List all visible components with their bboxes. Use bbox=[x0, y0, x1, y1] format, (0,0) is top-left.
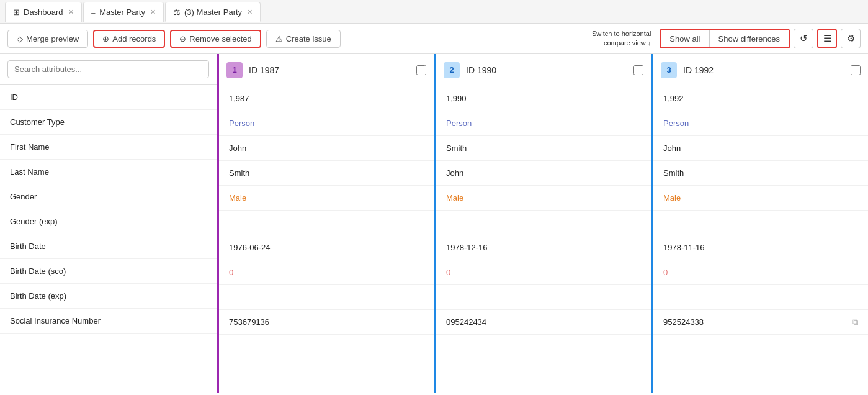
record-cell: John bbox=[653, 136, 868, 161]
copy-icon[interactable]: ⧉ bbox=[852, 317, 858, 327]
add-records-label: Add records bbox=[112, 34, 156, 43]
attribute-row: Social Insurance Number bbox=[0, 309, 217, 334]
add-records-button[interactable]: ⊕ Add records bbox=[93, 30, 165, 48]
cell-value: Smith bbox=[229, 168, 249, 178]
cell-value: John bbox=[446, 168, 463, 178]
record-cell bbox=[219, 211, 434, 235]
record-checkbox-1[interactable] bbox=[416, 65, 426, 75]
attribute-row: Birth Date bbox=[0, 234, 217, 259]
show-btn-group: Show all Show differences bbox=[660, 29, 790, 48]
record-cell: 1978-11-16 bbox=[653, 235, 868, 260]
record-checkbox-3[interactable] bbox=[851, 65, 861, 75]
cell-value: 952524338 bbox=[663, 317, 704, 327]
compare-icon: ⚖ bbox=[173, 7, 181, 17]
attribute-row: Customer Type bbox=[0, 110, 217, 135]
attribute-row: Gender bbox=[0, 184, 217, 209]
cell-value: Person bbox=[229, 119, 254, 128]
attribute-label: Social Insurance Number bbox=[10, 316, 101, 325]
attribute-label: Birth Date (sco) bbox=[10, 266, 66, 276]
cell-value: 1,992 bbox=[663, 94, 684, 103]
tab-dashboard[interactable]: ⊞ Dashboard ✕ bbox=[5, 2, 82, 22]
record-cell: 1976-06-24 bbox=[219, 235, 434, 260]
attribute-label: Birth Date (exp) bbox=[10, 291, 66, 301]
record-badge-1: 1 bbox=[226, 62, 243, 78]
cell-value: 1,987 bbox=[229, 94, 249, 103]
attribute-row: Last Name bbox=[0, 160, 217, 184]
merge-preview-button[interactable]: ◇ Merge preview bbox=[7, 30, 88, 48]
remove-selected-label: Remove selected bbox=[189, 34, 251, 43]
cell-value: Smith bbox=[446, 143, 467, 153]
record-cell: Person bbox=[219, 111, 434, 136]
cell-value: 0 bbox=[229, 268, 233, 277]
cell-value: 1976-06-24 bbox=[229, 243, 271, 252]
tab-master-party-compare-close[interactable]: ✕ bbox=[247, 8, 253, 16]
show-differences-button[interactable]: Show differences bbox=[710, 30, 789, 47]
record-cell: 952524338⧉ bbox=[653, 310, 868, 335]
show-all-button[interactable]: Show all bbox=[661, 30, 709, 47]
tab-master-party-compare-label: (3) Master Party bbox=[184, 7, 242, 17]
cell-value: John bbox=[229, 143, 246, 153]
record-cell: John bbox=[436, 161, 651, 186]
record-badge-2: 2 bbox=[444, 62, 460, 78]
merge-icon: ◇ bbox=[17, 34, 23, 43]
tab-bar: ⊞ Dashboard ✕ ≡ Master Party ✕ ⚖ (3) Mas… bbox=[0, 0, 868, 24]
search-input[interactable] bbox=[7, 60, 209, 78]
record-column-3: 3ID 19921,992PersonJohnSmithMale1978-11-… bbox=[651, 54, 868, 393]
record-header-1: 1ID 1987 bbox=[219, 54, 434, 86]
tab-master-party-1[interactable]: ≡ Master Party ✕ bbox=[83, 2, 164, 22]
record-checkbox-2[interactable] bbox=[633, 65, 643, 75]
menu-button[interactable]: ☰ bbox=[817, 29, 837, 48]
tab-master-party-compare[interactable]: ⚖ (3) Master Party ✕ bbox=[165, 2, 261, 22]
record-cell: 1978-12-16 bbox=[436, 235, 651, 260]
attribute-row: Birth Date (sco) bbox=[0, 259, 217, 284]
attribute-label: Last Name bbox=[10, 167, 49, 176]
cell-value: Person bbox=[663, 119, 689, 128]
cell-value: 095242434 bbox=[446, 317, 486, 327]
switch-to-horizontal-note: Switch to horizontal compare view ↓ bbox=[592, 29, 651, 48]
attribute-row: Birth Date (exp) bbox=[0, 284, 217, 309]
record-cell: 1,990 bbox=[436, 86, 651, 111]
attribute-label: Birth Date bbox=[10, 242, 46, 251]
toolbar: ◇ Merge preview ⊕ Add records ⊖ Remove s… bbox=[0, 24, 868, 54]
record-cell bbox=[436, 285, 651, 310]
tab-master-party-1-label: Master Party bbox=[99, 7, 145, 17]
cell-value: 1978-12-16 bbox=[446, 243, 488, 252]
settings-button[interactable]: ⚙ bbox=[841, 29, 861, 48]
merge-preview-label: Merge preview bbox=[26, 34, 79, 43]
record-cell: 1,987 bbox=[219, 86, 434, 111]
create-issue-button[interactable]: ⚠ Create issue bbox=[266, 30, 341, 48]
attribute-row: ID bbox=[0, 85, 217, 110]
remove-selected-button[interactable]: ⊖ Remove selected bbox=[170, 30, 261, 48]
record-header-2: 2ID 1990 bbox=[436, 54, 651, 86]
attribute-label: First Name bbox=[10, 142, 50, 152]
cell-value: 1,990 bbox=[446, 94, 467, 103]
attribute-label: Customer Type bbox=[10, 117, 65, 127]
attribute-label: Gender bbox=[10, 192, 37, 201]
record-id-label-3: ID 1992 bbox=[683, 65, 844, 75]
main-content: IDCustomer TypeFirst NameLast NameGender… bbox=[0, 54, 868, 393]
record-cell: Smith bbox=[653, 161, 868, 186]
tab-dashboard-close[interactable]: ✕ bbox=[68, 8, 74, 16]
attribute-row: Gender (exp) bbox=[0, 209, 217, 234]
cell-value: Male bbox=[229, 193, 246, 202]
record-cell: Smith bbox=[219, 161, 434, 186]
record-id-label-2: ID 1990 bbox=[466, 65, 627, 75]
issue-icon: ⚠ bbox=[275, 34, 283, 43]
record-cell: Male bbox=[653, 186, 868, 211]
record-cell: Person bbox=[653, 111, 868, 136]
refresh-button[interactable]: ↺ bbox=[794, 29, 813, 48]
cell-value: 0 bbox=[446, 268, 450, 277]
tab-master-party-1-close[interactable]: ✕ bbox=[150, 8, 156, 16]
cell-value: Person bbox=[446, 119, 472, 128]
attribute-label: Gender (exp) bbox=[10, 217, 58, 226]
cell-value: Male bbox=[446, 193, 463, 202]
tab-dashboard-label: Dashboard bbox=[24, 7, 63, 17]
record-id-label-1: ID 1987 bbox=[249, 65, 410, 75]
cell-value: Smith bbox=[663, 168, 684, 178]
record-column-2: 2ID 19901,990PersonSmithJohnMale1978-12-… bbox=[434, 54, 651, 393]
record-cell: 095242434 bbox=[436, 310, 651, 335]
record-cell: Smith bbox=[436, 136, 651, 161]
record-cell: 753679136 bbox=[219, 310, 434, 335]
search-box-wrap bbox=[0, 54, 217, 85]
attribute-row: First Name bbox=[0, 135, 217, 160]
